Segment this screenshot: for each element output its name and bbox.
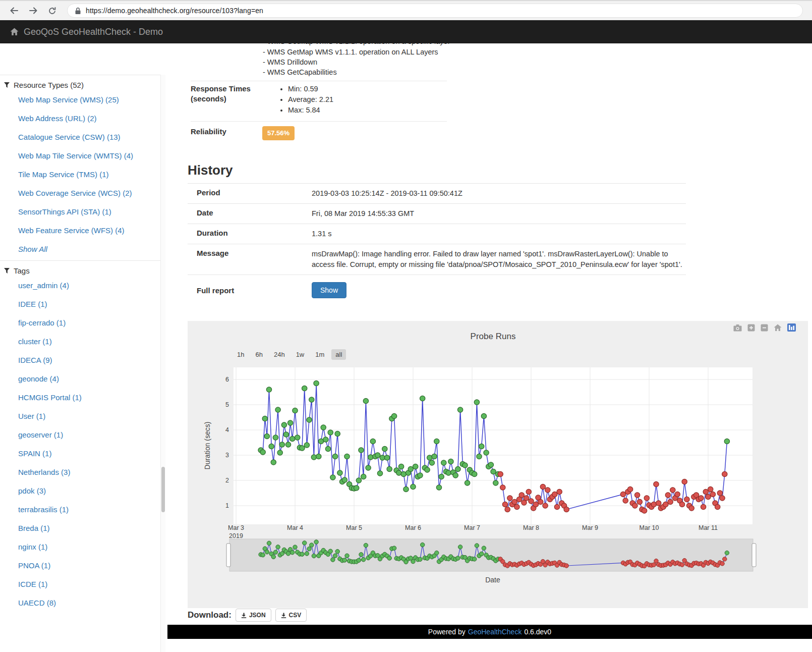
- range-button-24h[interactable]: 24h: [270, 349, 289, 360]
- tag-link[interactable]: IDEE (1): [18, 300, 47, 308]
- plotly-logo-icon[interactable]: [787, 323, 796, 332]
- sidebar-item-resource-type: Web Map Service (WMS) (25): [18, 95, 161, 104]
- full-report-row: Full report Show: [188, 275, 686, 305]
- tag-link[interactable]: Netherlands (3): [18, 468, 70, 476]
- probe-run-fail-marker: [538, 499, 543, 504]
- probe-run-ok-marker: [281, 422, 286, 427]
- home-icon[interactable]: [10, 28, 19, 36]
- sidebar-scrollbar[interactable]: [160, 75, 165, 652]
- probe-run-fail-marker: [665, 493, 670, 498]
- probe-run-ok-marker: [311, 455, 316, 460]
- probe-run-ok-marker: [477, 454, 482, 459]
- tag-link[interactable]: PNOA (1): [18, 561, 50, 570]
- checks-list: - WMS GetMap WMS v1.1.1. operation on AL…: [263, 47, 438, 77]
- tag-link[interactable]: geonode (4): [18, 374, 59, 383]
- range-slider-marker: [458, 545, 462, 549]
- browser-forward-button[interactable]: [28, 6, 38, 16]
- probe-run-ok-marker: [314, 381, 319, 386]
- reset-axes-home-icon[interactable]: [774, 324, 782, 332]
- probe-run-ok-marker: [279, 442, 284, 447]
- probe-run-ok-marker: [408, 466, 413, 471]
- probe-run-ok-marker: [269, 444, 274, 449]
- tag-link[interactable]: ICDE (1): [18, 580, 47, 588]
- probe-run-ok-marker: [287, 420, 293, 425]
- probe-runs-chart-panel: Probe Runs 1h6h24h1w1mall 123456Mar 3Mar…: [188, 321, 808, 608]
- probe-run-ok-marker: [472, 471, 477, 476]
- range-button-6h[interactable]: 6h: [251, 349, 266, 360]
- range-slider-marker: [307, 547, 311, 551]
- response-time-item: Average: 2.21: [288, 94, 333, 105]
- history-row-label: Date: [197, 208, 312, 219]
- y-tick-label: 1: [225, 502, 229, 509]
- probe-run-ok-marker: [488, 462, 493, 467]
- probe-run-fail-marker: [529, 499, 534, 504]
- probe-run-ok-marker: [398, 464, 403, 469]
- range-button-1w[interactable]: 1w: [292, 349, 309, 360]
- tag-link[interactable]: nginx (1): [18, 542, 47, 551]
- probe-run-fail-marker: [564, 507, 569, 512]
- zoom-in-icon[interactable]: [747, 324, 755, 332]
- range-slider-marker: [271, 555, 275, 559]
- browser-reload-button[interactable]: [47, 6, 57, 16]
- download-json-button[interactable]: JSON: [236, 609, 271, 622]
- range-button-1m[interactable]: 1m: [311, 349, 328, 360]
- download-section: Download: JSON CSV: [188, 609, 307, 622]
- tag-link[interactable]: pdok (3): [18, 486, 46, 495]
- range-button-1h[interactable]: 1h: [233, 349, 248, 360]
- sidebar-item-tag: ICDE (1): [18, 580, 161, 588]
- app-title[interactable]: GeoQoS GeoHealthCheck - Demo: [24, 27, 163, 37]
- resource-type-link[interactable]: Web Map Service (WMS) (25): [18, 95, 119, 104]
- tag-link[interactable]: terrabrasilis (1): [18, 505, 69, 514]
- resource-type-link[interactable]: Tile Map Service (TMS) (1): [18, 170, 108, 179]
- x-tick-label: Mar 7: [464, 524, 480, 531]
- range-slider-marker: [435, 551, 439, 555]
- tag-link[interactable]: UAECD (8): [18, 599, 56, 607]
- probe-run-fail-marker: [634, 493, 640, 498]
- tag-link[interactable]: Breda (1): [18, 524, 50, 532]
- probe-run-ok-marker: [724, 439, 729, 444]
- tag-link[interactable]: User (1): [18, 412, 45, 420]
- geohealthcheck-link[interactable]: GeoHealthCheck: [468, 628, 522, 636]
- tag-link[interactable]: HCMGIS Portal (1): [18, 393, 82, 402]
- zoom-out-icon[interactable]: [761, 324, 768, 332]
- download-csv-button[interactable]: CSV: [275, 609, 307, 622]
- sidebar-item-tag: fip-cerrado (1): [18, 318, 161, 327]
- probe-run-fail-marker: [642, 508, 647, 513]
- x-axis-year-label: 2019: [229, 532, 243, 539]
- probe-run-ok-marker: [344, 454, 350, 459]
- probe-run-fail-marker: [703, 489, 708, 494]
- x-tick-label: Mar 10: [640, 524, 659, 531]
- tag-link[interactable]: user_admin (4): [18, 281, 69, 290]
- probe-run-ok-marker: [455, 466, 460, 471]
- browser-back-button[interactable]: [9, 6, 19, 16]
- probe-run-ok-marker: [420, 396, 425, 401]
- probe-runs-plot[interactable]: 123456Mar 3Mar 4Mar 5Mar 6Mar 7Mar 8Mar …: [188, 321, 808, 608]
- tag-link[interactable]: SPAIN (1): [18, 449, 51, 458]
- resource-type-link[interactable]: Web Coverage Service (WCS) (2): [18, 189, 132, 197]
- probe-run-ok-marker: [332, 454, 337, 459]
- camera-snapshot-icon[interactable]: [733, 324, 742, 332]
- show-all-link[interactable]: Show All: [18, 245, 47, 253]
- probe-run-fail-marker: [552, 492, 557, 497]
- tag-link[interactable]: geoserver (1): [18, 430, 63, 439]
- tag-link[interactable]: fip-cerrado (1): [18, 318, 66, 327]
- resource-type-link[interactable]: Web Map Tile Service (WMTS) (4): [18, 151, 133, 160]
- range-slider-marker: [725, 551, 729, 555]
- show-report-button[interactable]: Show: [312, 282, 346, 298]
- tag-link[interactable]: IDECA (9): [18, 356, 52, 364]
- scrollbar-thumb[interactable]: [161, 467, 165, 512]
- address-bar[interactable]: https://demo.geohealthcheck.org/resource…: [67, 4, 803, 18]
- range-slider-marker: [300, 552, 304, 556]
- range-button-all[interactable]: all: [331, 349, 346, 360]
- probe-run-ok-marker: [474, 400, 479, 405]
- probe-run-fail-marker: [632, 503, 637, 508]
- tags-header: Tags: [0, 261, 161, 277]
- resource-type-link[interactable]: SensorThings API (STA) (1): [18, 207, 111, 216]
- resource-type-link[interactable]: Web Address (URL) (2): [18, 114, 97, 123]
- probe-run-fail-marker: [720, 496, 725, 501]
- resource-type-link[interactable]: Web Feature Service (WFS) (4): [18, 226, 125, 235]
- range-slider-left-handle[interactable]: [226, 544, 230, 567]
- tag-link[interactable]: cluster (1): [18, 337, 52, 346]
- range-slider-right-handle[interactable]: [752, 544, 756, 567]
- resource-type-link[interactable]: Catalogue Service (CSW) (13): [18, 133, 121, 141]
